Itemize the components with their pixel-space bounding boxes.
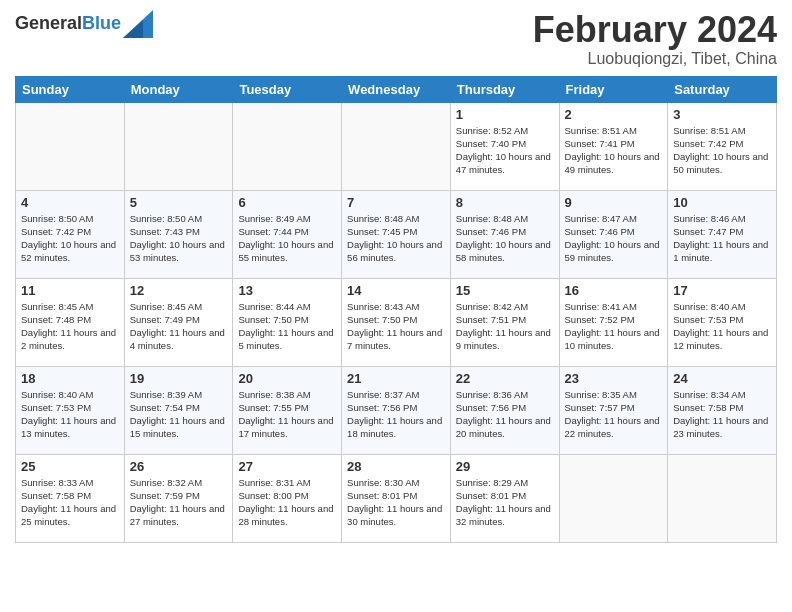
calendar-cell: 17Sunrise: 8:40 AM Sunset: 7:53 PM Dayli… [668, 278, 777, 366]
day-number: 24 [673, 371, 771, 386]
calendar-cell: 23Sunrise: 8:35 AM Sunset: 7:57 PM Dayli… [559, 366, 668, 454]
weekday-header-saturday: Saturday [668, 76, 777, 102]
day-number: 16 [565, 283, 663, 298]
week-row-5: 25Sunrise: 8:33 AM Sunset: 7:58 PM Dayli… [16, 454, 777, 542]
logo-icon [123, 10, 153, 38]
calendar-cell: 11Sunrise: 8:45 AM Sunset: 7:48 PM Dayli… [16, 278, 125, 366]
day-info: Sunrise: 8:33 AM Sunset: 7:58 PM Dayligh… [21, 476, 119, 529]
week-row-1: 1Sunrise: 8:52 AM Sunset: 7:40 PM Daylig… [16, 102, 777, 190]
day-number: 2 [565, 107, 663, 122]
day-info: Sunrise: 8:45 AM Sunset: 7:49 PM Dayligh… [130, 300, 228, 353]
page: GeneralBlue February 2024 Luobuqiongzi, … [0, 0, 792, 612]
day-number: 8 [456, 195, 554, 210]
day-info: Sunrise: 8:48 AM Sunset: 7:45 PM Dayligh… [347, 212, 445, 265]
calendar-cell [124, 102, 233, 190]
day-info: Sunrise: 8:44 AM Sunset: 7:50 PM Dayligh… [238, 300, 336, 353]
logo-general: General [15, 13, 82, 33]
calendar-cell: 26Sunrise: 8:32 AM Sunset: 7:59 PM Dayli… [124, 454, 233, 542]
calendar-title: February 2024 [533, 10, 777, 50]
calendar-cell [342, 102, 451, 190]
logo-blue: Blue [82, 13, 121, 33]
calendar-cell: 15Sunrise: 8:42 AM Sunset: 7:51 PM Dayli… [450, 278, 559, 366]
calendar-subtitle: Luobuqiongzi, Tibet, China [533, 50, 777, 68]
day-info: Sunrise: 8:40 AM Sunset: 7:53 PM Dayligh… [673, 300, 771, 353]
day-number: 21 [347, 371, 445, 386]
day-number: 19 [130, 371, 228, 386]
calendar-cell: 8Sunrise: 8:48 AM Sunset: 7:46 PM Daylig… [450, 190, 559, 278]
day-number: 4 [21, 195, 119, 210]
day-number: 11 [21, 283, 119, 298]
day-number: 10 [673, 195, 771, 210]
day-number: 9 [565, 195, 663, 210]
day-info: Sunrise: 8:50 AM Sunset: 7:42 PM Dayligh… [21, 212, 119, 265]
calendar-cell: 4Sunrise: 8:50 AM Sunset: 7:42 PM Daylig… [16, 190, 125, 278]
day-number: 17 [673, 283, 771, 298]
calendar-cell [233, 102, 342, 190]
calendar-cell: 21Sunrise: 8:37 AM Sunset: 7:56 PM Dayli… [342, 366, 451, 454]
day-number: 25 [21, 459, 119, 474]
day-number: 20 [238, 371, 336, 386]
day-info: Sunrise: 8:43 AM Sunset: 7:50 PM Dayligh… [347, 300, 445, 353]
day-info: Sunrise: 8:39 AM Sunset: 7:54 PM Dayligh… [130, 388, 228, 441]
calendar-cell: 18Sunrise: 8:40 AM Sunset: 7:53 PM Dayli… [16, 366, 125, 454]
day-info: Sunrise: 8:30 AM Sunset: 8:01 PM Dayligh… [347, 476, 445, 529]
weekday-header-thursday: Thursday [450, 76, 559, 102]
calendar-cell: 1Sunrise: 8:52 AM Sunset: 7:40 PM Daylig… [450, 102, 559, 190]
day-number: 7 [347, 195, 445, 210]
weekday-header-friday: Friday [559, 76, 668, 102]
day-info: Sunrise: 8:46 AM Sunset: 7:47 PM Dayligh… [673, 212, 771, 265]
weekday-header-wednesday: Wednesday [342, 76, 451, 102]
day-info: Sunrise: 8:34 AM Sunset: 7:58 PM Dayligh… [673, 388, 771, 441]
day-number: 26 [130, 459, 228, 474]
calendar-cell: 29Sunrise: 8:29 AM Sunset: 8:01 PM Dayli… [450, 454, 559, 542]
weekday-header-tuesday: Tuesday [233, 76, 342, 102]
day-info: Sunrise: 8:48 AM Sunset: 7:46 PM Dayligh… [456, 212, 554, 265]
day-number: 18 [21, 371, 119, 386]
day-info: Sunrise: 8:40 AM Sunset: 7:53 PM Dayligh… [21, 388, 119, 441]
header: GeneralBlue February 2024 Luobuqiongzi, … [15, 10, 777, 68]
day-number: 22 [456, 371, 554, 386]
day-info: Sunrise: 8:36 AM Sunset: 7:56 PM Dayligh… [456, 388, 554, 441]
day-number: 5 [130, 195, 228, 210]
day-number: 23 [565, 371, 663, 386]
day-info: Sunrise: 8:52 AM Sunset: 7:40 PM Dayligh… [456, 124, 554, 177]
day-number: 1 [456, 107, 554, 122]
calendar-cell: 19Sunrise: 8:39 AM Sunset: 7:54 PM Dayli… [124, 366, 233, 454]
day-info: Sunrise: 8:31 AM Sunset: 8:00 PM Dayligh… [238, 476, 336, 529]
calendar-cell: 28Sunrise: 8:30 AM Sunset: 8:01 PM Dayli… [342, 454, 451, 542]
calendar-cell: 10Sunrise: 8:46 AM Sunset: 7:47 PM Dayli… [668, 190, 777, 278]
day-info: Sunrise: 8:38 AM Sunset: 7:55 PM Dayligh… [238, 388, 336, 441]
calendar-cell: 27Sunrise: 8:31 AM Sunset: 8:00 PM Dayli… [233, 454, 342, 542]
day-number: 27 [238, 459, 336, 474]
title-block: February 2024 Luobuqiongzi, Tibet, China [533, 10, 777, 68]
day-info: Sunrise: 8:45 AM Sunset: 7:48 PM Dayligh… [21, 300, 119, 353]
day-info: Sunrise: 8:37 AM Sunset: 7:56 PM Dayligh… [347, 388, 445, 441]
day-number: 3 [673, 107, 771, 122]
day-number: 14 [347, 283, 445, 298]
week-row-4: 18Sunrise: 8:40 AM Sunset: 7:53 PM Dayli… [16, 366, 777, 454]
calendar-cell: 3Sunrise: 8:51 AM Sunset: 7:42 PM Daylig… [668, 102, 777, 190]
weekday-header-row: SundayMondayTuesdayWednesdayThursdayFrid… [16, 76, 777, 102]
day-info: Sunrise: 8:41 AM Sunset: 7:52 PM Dayligh… [565, 300, 663, 353]
day-info: Sunrise: 8:47 AM Sunset: 7:46 PM Dayligh… [565, 212, 663, 265]
calendar-cell [668, 454, 777, 542]
calendar-cell: 22Sunrise: 8:36 AM Sunset: 7:56 PM Dayli… [450, 366, 559, 454]
calendar-cell [16, 102, 125, 190]
calendar-cell: 7Sunrise: 8:48 AM Sunset: 7:45 PM Daylig… [342, 190, 451, 278]
calendar-cell: 16Sunrise: 8:41 AM Sunset: 7:52 PM Dayli… [559, 278, 668, 366]
calendar-cell: 25Sunrise: 8:33 AM Sunset: 7:58 PM Dayli… [16, 454, 125, 542]
calendar-cell: 13Sunrise: 8:44 AM Sunset: 7:50 PM Dayli… [233, 278, 342, 366]
day-info: Sunrise: 8:35 AM Sunset: 7:57 PM Dayligh… [565, 388, 663, 441]
calendar-cell: 6Sunrise: 8:49 AM Sunset: 7:44 PM Daylig… [233, 190, 342, 278]
day-info: Sunrise: 8:49 AM Sunset: 7:44 PM Dayligh… [238, 212, 336, 265]
day-number: 12 [130, 283, 228, 298]
calendar-cell: 2Sunrise: 8:51 AM Sunset: 7:41 PM Daylig… [559, 102, 668, 190]
calendar-cell [559, 454, 668, 542]
calendar-cell: 24Sunrise: 8:34 AM Sunset: 7:58 PM Dayli… [668, 366, 777, 454]
calendar-cell: 5Sunrise: 8:50 AM Sunset: 7:43 PM Daylig… [124, 190, 233, 278]
day-info: Sunrise: 8:29 AM Sunset: 8:01 PM Dayligh… [456, 476, 554, 529]
day-info: Sunrise: 8:32 AM Sunset: 7:59 PM Dayligh… [130, 476, 228, 529]
day-info: Sunrise: 8:51 AM Sunset: 7:41 PM Dayligh… [565, 124, 663, 177]
day-number: 28 [347, 459, 445, 474]
calendar-cell: 9Sunrise: 8:47 AM Sunset: 7:46 PM Daylig… [559, 190, 668, 278]
